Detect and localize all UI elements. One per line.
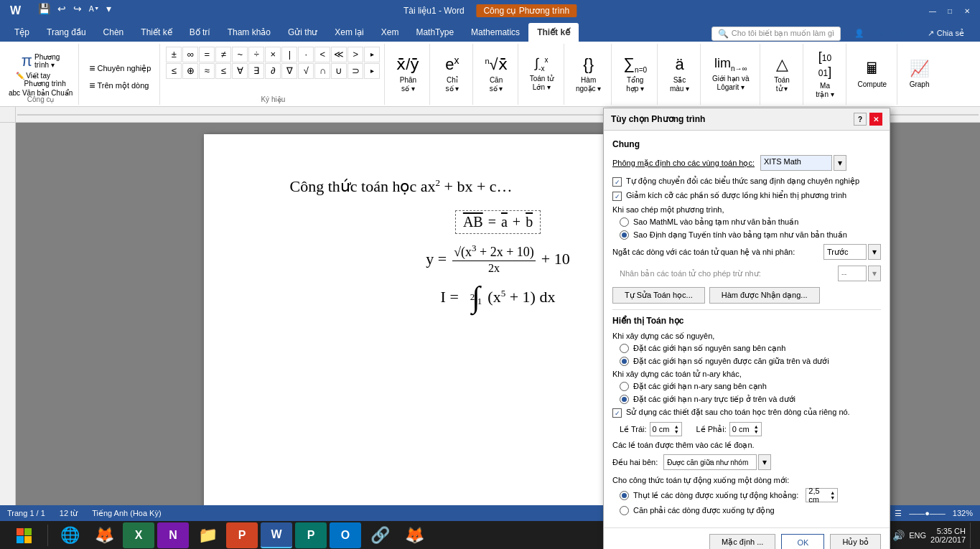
more-qat-btn[interactable]: ▾ [104,3,113,14]
sym-more[interactable]: ▸ [364,47,380,62]
sym-tilde[interactable]: ~ [232,47,248,62]
font-select[interactable]: XITS Math [760,155,832,171]
radio-sao-mathml[interactable] [620,217,629,227]
ma-btn[interactable]: [1001] Matrận ▾ [809,49,841,99]
taskbar-outlook[interactable]: O [330,522,361,548]
tab-xemlai[interactable]: Xem lại [326,23,372,42]
tab-thamkhao[interactable]: Tham khảo [219,23,279,42]
sym-sqrt[interactable]: √ [298,63,314,79]
sym-partial[interactable]: ∂ [265,63,281,79]
chuyen-nghiep-btn[interactable]: ≡ Chuyên nghiệp [86,61,154,75]
nhanban-dropdown-btn[interactable]: ▾ [868,266,881,281]
sym-pm[interactable]: ± [166,47,182,62]
canso-btn[interactable]: n√x̄ Cănsố ▾ [479,49,513,99]
cb-sudung[interactable] [612,408,622,418]
sym-cdot[interactable]: · [298,47,314,62]
gioi-btn[interactable]: limn→∞ Giới hạn vàLôgarit ▾ [706,49,755,99]
tab-tep[interactable]: Tệp [6,23,38,42]
redo-qat-btn[interactable]: ↪ [71,3,84,14]
taskbar-clock[interactable]: 5:35 CH 20/2/2017 [930,527,966,544]
radio-dat-cangiua[interactable] [620,357,629,366]
minimize-btn[interactable]: — [927,5,938,17]
tab-mathematics[interactable]: Mathematics [462,23,528,42]
tren-mot-dong-btn[interactable]: ≡ Trên một dòng [86,78,154,93]
ham-duoc-btn[interactable]: Hàm được Nhận dạng... [709,287,820,304]
taskbar-word[interactable]: W [261,522,292,548]
sym-exists[interactable]: ∃ [248,63,264,79]
sym-cup[interactable]: ∪ [331,63,347,79]
sym-oplus[interactable]: ⊕ [182,63,198,79]
sym-more2[interactable]: ▸ [364,63,380,79]
hamsac-btn[interactable]: ä Sắcmàu ▾ [663,49,696,99]
sym-times[interactable]: × [265,47,281,62]
thu-le-spinner[interactable]: ▲▼ [830,490,835,500]
radio-sao-dinhdan[interactable] [620,230,629,240]
cb-giamkich[interactable] [612,192,622,201]
zoom-slider[interactable]: ——●—— [909,509,946,517]
sym-le[interactable]: ≤ [166,63,182,79]
sym-lt[interactable]: < [314,47,330,62]
sym-gt[interactable]: > [347,47,363,62]
viet-tay-btn[interactable]: ✏️ Viết tay Phương trình [16,72,66,88]
sym-sup[interactable]: ⊃ [347,63,363,79]
taskbar-link[interactable]: 🔗 [364,522,396,548]
radio-nary-tren-duoi[interactable] [620,395,629,404]
undo-qat-btn[interactable]: ↩ [55,3,68,14]
nhanban-select[interactable]: -- [838,266,867,281]
taskbar-onenote[interactable]: N [157,522,189,548]
tab-trangdau[interactable]: Trang đầu [38,23,95,42]
cb-tudong[interactable] [612,177,622,187]
font-dropdown-btn[interactable]: ▾ [834,155,846,171]
radio-dat-canh[interactable] [620,344,629,353]
sym-forall[interactable]: ∀ [232,63,248,79]
ngat-select[interactable]: Trước [823,244,867,260]
mac-dinh-btn[interactable]: Mặc định ... [709,534,775,549]
taskbar-show-desktop[interactable] [970,522,974,548]
toantu2-btn[interactable]: △ Toántử ▾ [766,49,798,99]
tab-botri[interactable]: Bố trí [181,23,219,42]
taskbar-firefox1[interactable]: 🦊 [88,522,120,548]
sym-ll[interactable]: ≪ [331,47,347,62]
tab-chen[interactable]: Chèn [95,23,133,42]
ngat-dropdown-btn[interactable]: ▾ [868,244,881,260]
le-trai-spinner[interactable]: ▲▼ [674,424,679,434]
modal-help-btn[interactable]: ? [854,113,867,126]
search-bar[interactable]: 🔍 Cho tôi biết bạn muốn làm gì [711,27,841,41]
sym-inf[interactable]: ∞ [182,47,198,62]
compute-btn[interactable]: 🖩 Compute [852,49,893,99]
save-qat-btn[interactable]: 💾 [36,3,52,14]
le-phai-input[interactable]: 0 cm ▲▼ [729,422,762,436]
sym-cap[interactable]: ∩ [314,63,330,79]
chiso-btn[interactable]: ex Chỉsố ▾ [436,49,468,99]
sym-approx[interactable]: ≈ [199,63,215,79]
view-outline-icon[interactable]: ☰ [895,509,902,518]
modal-close-btn[interactable]: ✕ [869,113,882,126]
tab-xem[interactable]: Xem [373,23,408,42]
format-qat-btn[interactable]: Ꭺ▾ [87,4,101,14]
tu-sua-btn[interactable]: Tự Sửa Toán học... [612,287,705,304]
maximize-btn[interactable]: □ [944,5,956,17]
deu-select[interactable]: Được căn giữa như nhóm [663,454,757,470]
phanso-btn[interactable]: x̄/ȳ Phânsố ▾ [391,49,425,99]
deu-dropdown-btn[interactable]: ▾ [758,454,771,470]
signin-btn[interactable]: 👤 Đăng nhập [846,25,915,42]
tab-thietke-congcu[interactable]: Thiết kế [528,23,579,42]
radio-can-phai[interactable] [620,506,629,515]
graph-btn[interactable]: 📈 Graph [903,49,935,99]
taskbar-explorer[interactable]: 📁 [192,522,223,548]
thu-le-input[interactable]: 2,5 cm ▲▼ [806,488,838,502]
close-btn[interactable]: ✕ [961,5,973,17]
sym-nabla[interactable]: ∇ [281,63,297,79]
tonghop-btn[interactable]: ∑n=0 Tổnghợp ▾ [617,49,653,99]
tab-guithu[interactable]: Gửi thư [279,23,326,42]
tab-thietke[interactable]: Thiết kế [132,23,180,42]
taskbar-edge[interactable]: 🌐 [54,522,85,548]
phuong-trinh-btn[interactable]: π Phương trình ▾ [22,52,60,70]
sym-pipe[interactable]: | [281,47,297,62]
sym-eq[interactable]: = [199,47,215,62]
le-phai-spinner[interactable]: ▲▼ [754,424,759,434]
sym-neq[interactable]: ≠ [215,47,231,62]
le-trai-input[interactable]: 0 cm ▲▼ [650,422,682,436]
taskbar-excel[interactable]: X [123,522,154,548]
huy-btn[interactable]: Hủy bỏ [830,534,881,549]
